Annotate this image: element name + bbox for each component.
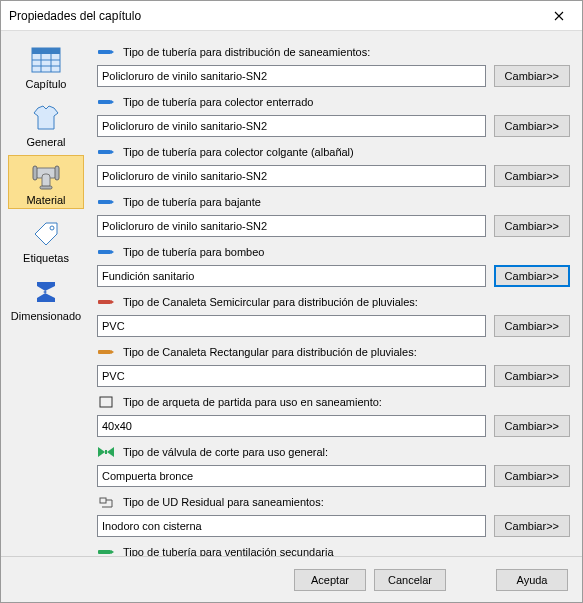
property-label-row: Tipo de arqueta de partida para uso en s… xyxy=(97,391,570,413)
property-value-field[interactable]: Policloruro de vinilo sanitario-SN2 xyxy=(97,115,486,137)
property-label-row: Tipo de Canaleta Rectangular para distri… xyxy=(97,341,570,363)
close-icon xyxy=(554,11,564,21)
blue-pencil-icon xyxy=(97,95,115,109)
svg-rect-22 xyxy=(98,300,111,304)
property-value-row: Policloruro de vinilo sanitario-SN2Cambi… xyxy=(97,215,570,237)
sidebar-item-label: Dimensionado xyxy=(11,310,81,322)
blue-pencil-icon xyxy=(97,195,115,209)
change-button[interactable]: Cambiar>> xyxy=(494,65,570,87)
cancel-button[interactable]: Cancelar xyxy=(374,569,446,591)
svg-rect-20 xyxy=(98,250,111,254)
property-value-row: PVCCambiar>> xyxy=(97,365,570,387)
svg-rect-10 xyxy=(40,186,52,189)
property-value-row: Policloruro de vinilo sanitario-SN2Cambi… xyxy=(97,65,570,87)
svg-marker-25 xyxy=(111,350,114,354)
svg-rect-1 xyxy=(32,48,60,54)
svg-marker-15 xyxy=(111,100,114,104)
close-button[interactable] xyxy=(536,1,582,30)
property-label: Tipo de tubería para ventilación secunda… xyxy=(123,546,570,556)
property-label-row: Tipo de tubería para colector enterrado xyxy=(97,91,570,113)
property-label: Tipo de tubería para bombeo xyxy=(123,246,570,258)
blue-pencil-icon xyxy=(97,145,115,159)
tag-icon xyxy=(30,218,62,250)
green-pencil-icon xyxy=(97,545,115,556)
sidebar-item-label: General xyxy=(26,136,65,148)
svg-marker-13 xyxy=(111,50,114,54)
change-button[interactable]: Cambiar>> xyxy=(494,165,570,187)
svg-rect-14 xyxy=(98,100,111,104)
titlebar: Propiedades del capítulo xyxy=(1,1,582,31)
property-label: Tipo de Canaleta Semicircular para distr… xyxy=(123,296,570,308)
orange-pencil-icon xyxy=(97,345,115,359)
property-value-row: Fundición sanitarioCambiar>> xyxy=(97,265,570,287)
svg-rect-8 xyxy=(33,166,37,180)
sidebar-item-general[interactable]: General xyxy=(8,97,84,151)
sidebar-item-label: Material xyxy=(26,194,65,206)
help-button[interactable]: Ayuda xyxy=(496,569,568,591)
property-value-row: 40x40Cambiar>> xyxy=(97,415,570,437)
property-label-row: Tipo de tubería para bombeo xyxy=(97,241,570,263)
red-pencil-icon xyxy=(97,295,115,309)
change-button[interactable]: Cambiar>> xyxy=(494,115,570,137)
dialog-body: Capítulo General Material Etiquetas xyxy=(1,31,582,556)
ok-button[interactable]: Aceptar xyxy=(294,569,366,591)
property-label-row: Tipo de Canaleta Semicircular para distr… xyxy=(97,291,570,313)
property-value-field[interactable]: Compuerta bronce xyxy=(97,465,486,487)
property-value-field[interactable]: PVC xyxy=(97,365,486,387)
svg-rect-29 xyxy=(105,450,107,454)
change-button[interactable]: Cambiar>> xyxy=(494,265,570,287)
svg-rect-16 xyxy=(98,150,111,154)
property-value-row: Policloruro de vinilo sanitario-SN2Cambi… xyxy=(97,165,570,187)
sidebar-item-material[interactable]: Material xyxy=(8,155,84,209)
sidebar-item-label: Etiquetas xyxy=(23,252,69,264)
sidebar: Capítulo General Material Etiquetas xyxy=(1,31,91,556)
svg-rect-9 xyxy=(55,166,59,180)
svg-rect-31 xyxy=(98,550,111,554)
svg-marker-17 xyxy=(111,150,114,154)
property-label-row: Tipo de tubería para colector colgante (… xyxy=(97,141,570,163)
property-label: Tipo de UD Residual para saneamientos: xyxy=(123,496,570,508)
property-label: Tipo de tubería para colector colgante (… xyxy=(123,146,570,158)
change-button[interactable]: Cambiar>> xyxy=(494,215,570,237)
svg-marker-27 xyxy=(98,447,105,457)
property-value-row: PVCCambiar>> xyxy=(97,315,570,337)
main-panel: Tipo de tubería para distribución de san… xyxy=(91,31,582,556)
square-outline-icon xyxy=(97,395,115,409)
sidebar-item-dimensionado[interactable]: Dimensionado xyxy=(8,271,84,325)
change-button[interactable]: Cambiar>> xyxy=(494,465,570,487)
pipe-tee-icon xyxy=(30,160,62,192)
property-label-row: Tipo de tubería para bajante xyxy=(97,191,570,213)
property-label-row: Tipo de válvula de corte para uso genera… xyxy=(97,441,570,463)
sidebar-item-etiquetas[interactable]: Etiquetas xyxy=(8,213,84,267)
svg-marker-19 xyxy=(111,200,114,204)
blue-pencil-icon xyxy=(97,45,115,59)
svg-marker-21 xyxy=(111,250,114,254)
property-value-field[interactable]: Policloruro de vinilo sanitario-SN2 xyxy=(97,165,486,187)
property-label: Tipo de válvula de corte para uso genera… xyxy=(123,446,570,458)
change-button[interactable]: Cambiar>> xyxy=(494,515,570,537)
property-value-field[interactable]: Inodoro con cisterna xyxy=(97,515,486,537)
sigma-icon xyxy=(30,276,62,308)
svg-rect-12 xyxy=(98,50,111,54)
change-button[interactable]: Cambiar>> xyxy=(494,315,570,337)
change-button[interactable]: Cambiar>> xyxy=(494,365,570,387)
property-label: Tipo de tubería para bajante xyxy=(123,196,570,208)
property-value-field[interactable]: PVC xyxy=(97,315,486,337)
property-label: Tipo de arqueta de partida para uso en s… xyxy=(123,396,570,408)
sidebar-item-capitulo[interactable]: Capítulo xyxy=(8,39,84,93)
property-value-row: Inodoro con cisternaCambiar>> xyxy=(97,515,570,537)
window-title: Propiedades del capítulo xyxy=(9,9,536,23)
property-value-field[interactable]: Fundición sanitario xyxy=(97,265,486,287)
change-button[interactable]: Cambiar>> xyxy=(494,415,570,437)
chapter-grid-icon xyxy=(30,44,62,76)
property-value-field[interactable]: Policloruro de vinilo sanitario-SN2 xyxy=(97,65,486,87)
svg-rect-24 xyxy=(98,350,111,354)
dialog-window: Propiedades del capítulo Capítulo Genera… xyxy=(0,0,583,603)
property-value-field[interactable]: Policloruro de vinilo sanitario-SN2 xyxy=(97,215,486,237)
property-value-field[interactable]: 40x40 xyxy=(97,415,486,437)
property-label-row: Tipo de tubería para ventilación secunda… xyxy=(97,541,570,556)
svg-rect-26 xyxy=(100,397,112,407)
shirt-icon xyxy=(30,102,62,134)
property-value-row: Policloruro de vinilo sanitario-SN2Cambi… xyxy=(97,115,570,137)
svg-marker-32 xyxy=(111,550,114,554)
